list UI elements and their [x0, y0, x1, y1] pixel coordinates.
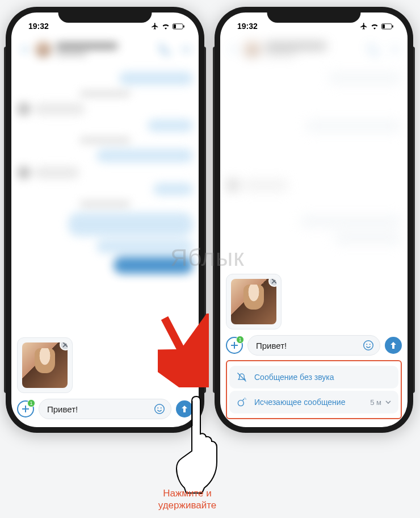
arrow-up-icon [180, 404, 189, 413]
screen-left: 19:32 [11, 12, 199, 427]
send-button[interactable] [176, 400, 193, 417]
composer-area: 1 Привет! [11, 337, 199, 419]
notch [58, 7, 152, 23]
arrow-up-icon [389, 341, 398, 350]
status-time: 19:32 [28, 22, 49, 31]
message-input-text: Привет! [47, 404, 149, 414]
emoji-button[interactable] [153, 402, 166, 416]
duration-selector[interactable]: 5 м [370, 398, 392, 407]
wifi-icon [161, 23, 170, 30]
phone-mockup-right: 19:32 [215, 7, 413, 433]
send-button[interactable] [385, 337, 402, 354]
battery-icon [381, 23, 394, 30]
remove-attachment-button[interactable] [268, 279, 276, 287]
wifi-icon [370, 23, 379, 30]
disappearing-message-label: Исчезающее сообщение [254, 398, 345, 407]
status-time: 19:32 [237, 22, 258, 31]
attachment-preview [226, 274, 282, 329]
bomb-icon [236, 396, 247, 408]
attachment-image [22, 342, 68, 388]
svg-rect-2 [174, 24, 176, 28]
svg-point-8 [161, 407, 162, 408]
svg-point-5 [188, 48, 190, 50]
duration-value: 5 м [370, 398, 381, 407]
svg-rect-10 [392, 25, 393, 27]
svg-point-6 [155, 404, 165, 414]
composer-area: 1 Привет! Сообщение без [220, 274, 408, 419]
status-icons [360, 22, 394, 30]
attachment-badge: 1 [27, 399, 35, 407]
send-options-panel: Сообщение без звука Исчезающее сообщение… [226, 360, 402, 419]
svg-point-18 [238, 400, 243, 406]
svg-point-12 [394, 48, 397, 51]
add-attachment-button[interactable]: 1 [226, 337, 243, 354]
caption-line1: Нажмите и [163, 488, 212, 499]
svg-rect-1 [183, 25, 184, 27]
emoji-button[interactable] [362, 339, 375, 352]
airplane-icon [151, 22, 159, 30]
svg-rect-11 [383, 24, 385, 28]
message-input[interactable]: Привет! [39, 399, 171, 419]
message-input-text: Привет! [256, 341, 358, 350]
close-icon [62, 342, 68, 348]
message-input[interactable]: Привет! [247, 335, 380, 356]
annotation-caption: Нажмите и удерживайте [142, 487, 233, 512]
screen-right: 19:32 [220, 12, 408, 427]
attachment-badge: 1 [236, 336, 244, 344]
silent-message-label: Сообщение без звука [254, 373, 334, 382]
status-icons [151, 22, 185, 30]
remove-attachment-button[interactable] [60, 342, 68, 350]
svg-point-15 [364, 341, 373, 350]
add-attachment-button[interactable]: 1 [17, 400, 34, 417]
smile-icon [362, 339, 375, 352]
disappearing-message-option[interactable]: Исчезающее сообщение 5 м [229, 391, 398, 413]
svg-point-4 [182, 48, 184, 50]
battery-icon [173, 23, 185, 30]
notch [267, 7, 361, 23]
airplane-icon [360, 22, 368, 30]
bell-mute-icon [236, 371, 247, 383]
attachment-preview [17, 337, 73, 393]
phone-mockup-left: 19:32 [6, 7, 204, 433]
chevron-down-icon [385, 399, 392, 406]
attachment-image [231, 279, 276, 324]
silent-message-option[interactable]: Сообщение без звука [229, 366, 398, 389]
close-icon [271, 279, 276, 284]
svg-point-17 [369, 344, 371, 345]
caption-line2: удерживайте [158, 500, 216, 511]
svg-point-3 [185, 48, 188, 51]
smile-icon [153, 403, 166, 415]
svg-point-16 [366, 344, 367, 345]
svg-point-7 [157, 407, 158, 408]
svg-point-13 [391, 48, 393, 50]
svg-point-14 [397, 48, 399, 50]
